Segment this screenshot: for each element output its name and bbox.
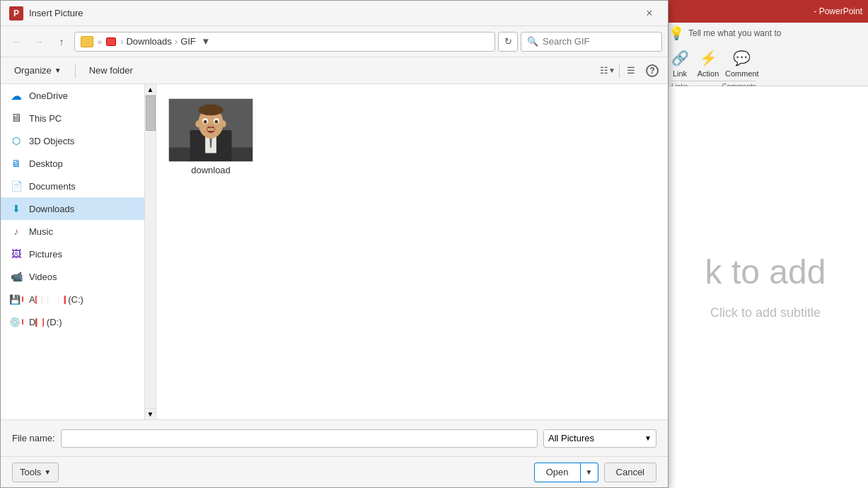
breadcrumb-nav-icon: « [98, 37, 102, 46]
toolbar-sep2 [619, 64, 620, 78]
view-grid-icon: ☷ [600, 65, 608, 76]
music-icon: ♪ [9, 224, 23, 238]
up-button[interactable]: ↑ [52, 32, 71, 52]
new-folder-button[interactable]: New folder [81, 62, 141, 80]
open-button-main[interactable]: Open [535, 463, 581, 482]
search-input[interactable] [543, 36, 656, 47]
help-button[interactable]: ? [642, 62, 662, 80]
sidebar-scroll-down[interactable]: ▼ [144, 408, 156, 419]
action-label: Action [698, 69, 719, 78]
sidebar-item-music[interactable]: ♪ Music [1, 220, 144, 243]
sidebar-scrollbar-thumb[interactable] [146, 95, 156, 131]
breadcrumb-dropdown-button[interactable]: ▼ [199, 35, 213, 49]
toolbar-separator [75, 64, 76, 78]
file-thumbnail-download [168, 98, 253, 162]
breadcrumb-gif[interactable]: GIF [180, 36, 196, 47]
organize-dropdown-icon: ▼ [54, 66, 62, 74]
filename-bar: File name: All Pictures ▼ [1, 419, 668, 456]
thumbnail-image [169, 98, 253, 162]
ppt-slide-area: k to add Click to add subtitle [663, 86, 868, 488]
slide-subtitle-text: Click to add subtitle [710, 306, 821, 320]
sidebar-item-thispc[interactable]: 🖥 This PC [1, 107, 144, 129]
open-button[interactable]: Open ▼ [534, 463, 598, 482]
comment-label: Comment [725, 69, 759, 78]
sidebar-item-downloads[interactable]: ⬇ Downloads [1, 197, 144, 220]
forward-button[interactable]: → [29, 32, 49, 52]
search-icon: 🔍 [527, 36, 538, 47]
close-button[interactable]: × [640, 4, 659, 23]
tools-dropdown-icon: ▼ [44, 468, 51, 476]
sidebar-label-drivc: A█████ (C:) [29, 294, 83, 305]
ppt-title: - PowerPoint [814, 6, 862, 16]
sidebar-item-onedrive[interactable]: ☁ OneDrive [1, 84, 144, 107]
breadcrumb-red-icon [106, 37, 116, 46]
sidebar-label-3dobjects: 3D Objects [29, 136, 74, 146]
documents-icon: 📄 [9, 179, 23, 193]
drivd-icon: 💿 [9, 315, 23, 329]
ppt-ribbon-top: 💡 Tell me what you want to [663, 23, 868, 44]
insert-picture-dialog: P Insert Picture × ← → ↑ « › Downloads ›… [0, 0, 669, 488]
organize-button[interactable]: Organize ▼ [6, 62, 69, 80]
filetype-select[interactable]: All Pictures ▼ [543, 429, 656, 448]
refresh-button[interactable]: ↻ [498, 32, 518, 52]
view-options-button[interactable]: ☷ ▼ [598, 62, 618, 80]
dialog-app-icon: P [9, 6, 23, 21]
sidebar-label-videos: Videos [29, 272, 57, 282]
sidebar-item-desktop[interactable]: 🖥 Desktop [1, 152, 144, 175]
breadcrumb-sep1: › [120, 36, 123, 47]
open-button-arrow[interactable]: ▼ [581, 463, 598, 482]
open-label: Open [546, 467, 569, 477]
layout-icon: ☰ [627, 65, 635, 76]
ribbon-action[interactable]: ⚡ Action [697, 47, 719, 78]
file-item-download[interactable]: download [165, 93, 257, 181]
file-name-download: download [191, 165, 231, 175]
ppt-ribbon: 💡 Tell me what you want to 🔗 Link ⚡ Acti… [663, 23, 868, 86]
sidebar-label-music: Music [29, 226, 53, 237]
ribbon-group-links: 🔗 Link ⚡ Action 💬 Comment Links Comments [669, 47, 759, 91]
sidebar-items: ☁ OneDrive 🖥 This PC ⬡ 3D Objects 🖥 Desk… [1, 84, 144, 333]
filename-input[interactable] [61, 429, 538, 448]
slide-title-text: k to add [705, 254, 826, 291]
sidebar-item-documents[interactable]: 📄 Documents [1, 175, 144, 197]
sidebar-item-drivc[interactable]: 💾 A█████ (C:) [1, 288, 144, 310]
svg-point-9 [204, 120, 207, 124]
cancel-button[interactable]: Cancel [604, 463, 656, 482]
sidebar-scrollbar-track [144, 95, 156, 408]
sidebar-label-onedrive: OneDrive [29, 91, 68, 101]
breadcrumb-downloads[interactable]: Downloads [126, 36, 171, 47]
dialog-title: Insert Picture [29, 8, 634, 18]
tools-button[interactable]: Tools ▼ [12, 463, 59, 482]
dialog-titlebar: P Insert Picture × [1, 1, 668, 26]
lightbulb-icon: 💡 [669, 25, 684, 41]
svg-point-10 [214, 120, 218, 124]
thispc-icon: 🖥 [9, 111, 23, 125]
navigation-bar: ← → ↑ « › Downloads › GIF ▼ ↻ 🔍 [1, 26, 668, 57]
svg-point-15 [209, 124, 213, 127]
sidebar-item-videos[interactable]: 📹 Videos [1, 265, 144, 288]
layout-button[interactable]: ☰ [621, 62, 641, 80]
view-controls: ☷ ▼ ☰ ? [598, 62, 662, 80]
svg-rect-12 [207, 128, 214, 131]
3dobjects-icon: ⬡ [9, 134, 23, 148]
view-dropdown-icon: ▼ [608, 66, 615, 74]
sidebar-item-3dobjects[interactable]: ⬡ 3D Objects [1, 129, 144, 152]
svg-point-13 [195, 120, 201, 127]
buttons-bar: Tools ▼ Open ▼ Cancel [1, 456, 668, 487]
back-button[interactable]: ← [6, 32, 26, 52]
breadcrumb-bar[interactable]: « › Downloads › GIF ▼ [74, 32, 495, 52]
filetype-label: All Pictures [548, 433, 594, 443]
videos-icon: 📹 [9, 269, 23, 284]
tools-label: Tools [20, 467, 41, 477]
desktop-icon: 🖥 [9, 156, 23, 170]
cancel-label: Cancel [616, 467, 644, 477]
ppt-titlebar: - PowerPoint [663, 0, 868, 23]
search-bar: 🔍 [521, 32, 662, 52]
organize-label: Organize [14, 65, 52, 76]
onedrive-icon: ☁ [9, 88, 23, 103]
ribbon-link[interactable]: 🔗 Link [669, 47, 691, 78]
sidebar-item-pictures[interactable]: 🖼 Pictures [1, 243, 144, 265]
sidebar-item-drivd[interactable]: 💿 D█ (D:) [1, 310, 144, 333]
sidebar-label-documents: Documents [29, 181, 76, 192]
ribbon-comment[interactable]: 💬 Comment [725, 47, 759, 78]
sidebar-scroll-up[interactable]: ▲ [144, 84, 156, 95]
